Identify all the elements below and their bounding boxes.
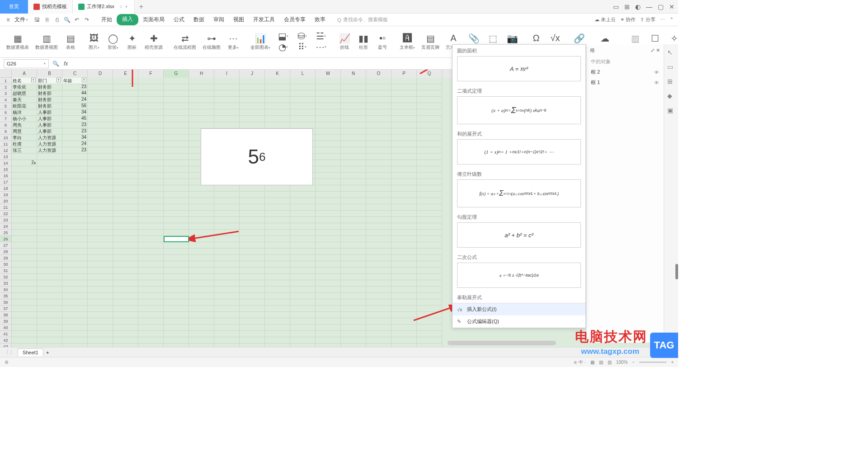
cell[interactable] xyxy=(88,242,113,249)
cell[interactable] xyxy=(189,249,214,255)
cell[interactable] xyxy=(164,337,189,343)
cell[interactable] xyxy=(164,179,189,185)
eye-icon[interactable]: 👁 xyxy=(654,70,659,75)
cell[interactable] xyxy=(113,97,138,103)
cell[interactable] xyxy=(290,261,316,268)
cell[interactable] xyxy=(392,103,417,109)
cell[interactable] xyxy=(265,331,290,337)
cell[interactable] xyxy=(366,204,392,211)
cell[interactable] xyxy=(341,318,366,324)
row-header[interactable]: 28 xyxy=(0,249,11,255)
cell[interactable] xyxy=(316,198,341,204)
cell[interactable] xyxy=(316,230,341,236)
col-header-O[interactable]: O xyxy=(366,70,392,78)
cell[interactable] xyxy=(240,318,265,324)
cell[interactable] xyxy=(88,274,113,280)
zoom-in-icon[interactable]: + xyxy=(671,360,674,365)
tab-home[interactable]: 首页 xyxy=(0,0,28,14)
cell[interactable] xyxy=(341,299,366,306)
cell[interactable] xyxy=(214,78,240,84)
cell[interactable] xyxy=(164,242,189,249)
cell[interactable] xyxy=(138,147,164,154)
cell[interactable] xyxy=(88,135,113,141)
cell[interactable] xyxy=(138,141,164,147)
cell[interactable] xyxy=(189,299,214,306)
cell[interactable]: 人力资源 xyxy=(37,141,62,147)
cell[interactable] xyxy=(113,306,138,312)
tab-view[interactable]: 视图 xyxy=(229,14,249,25)
row-header[interactable]: 29 xyxy=(0,255,11,261)
cell[interactable] xyxy=(341,255,366,261)
cell[interactable] xyxy=(138,293,164,299)
cell[interactable] xyxy=(341,135,366,141)
rb-flowchart[interactable]: ⇄在线流程图 xyxy=(171,33,199,52)
cell[interactable] xyxy=(392,173,417,179)
cell[interactable] xyxy=(189,280,214,287)
cell[interactable] xyxy=(88,173,113,179)
cell[interactable]: 周先 xyxy=(12,122,37,128)
cell[interactable] xyxy=(37,280,62,287)
cell[interactable] xyxy=(214,337,240,343)
cell[interactable] xyxy=(392,84,417,90)
cell[interactable] xyxy=(265,274,290,280)
cell[interactable] xyxy=(113,173,138,179)
cell[interactable] xyxy=(62,299,88,306)
row-header[interactable]: 5 xyxy=(0,103,11,109)
rb-shapes[interactable]: ◯形状▾ xyxy=(104,33,122,52)
row-header[interactable]: 18 xyxy=(0,185,11,192)
cell[interactable] xyxy=(138,249,164,255)
cell[interactable] xyxy=(62,312,88,318)
cell[interactable] xyxy=(189,103,214,109)
eye-icon[interactable]: 👁 xyxy=(654,80,659,85)
cell[interactable] xyxy=(316,249,341,255)
cell[interactable] xyxy=(392,312,417,318)
cell[interactable] xyxy=(189,223,214,230)
cell[interactable] xyxy=(341,173,366,179)
cell[interactable] xyxy=(37,274,62,280)
col-header-F[interactable]: F xyxy=(138,70,164,78)
cell[interactable] xyxy=(88,154,113,160)
cell[interactable] xyxy=(316,280,341,287)
cell[interactable] xyxy=(138,135,164,141)
row-header[interactable]: 12 xyxy=(0,147,11,154)
cell[interactable] xyxy=(113,166,138,173)
cell[interactable] xyxy=(290,242,316,249)
cell[interactable]: 34 xyxy=(62,109,88,116)
cell[interactable] xyxy=(164,255,189,261)
cell[interactable] xyxy=(62,223,88,230)
cell[interactable] xyxy=(240,249,265,255)
cell[interactable] xyxy=(392,160,417,166)
cell[interactable] xyxy=(341,293,366,299)
cell[interactable] xyxy=(138,204,164,211)
cell[interactable] xyxy=(265,280,290,287)
cell[interactable] xyxy=(113,179,138,185)
cell[interactable] xyxy=(138,261,164,268)
cell[interactable] xyxy=(62,204,88,211)
cell[interactable] xyxy=(417,337,442,343)
cell[interactable] xyxy=(366,255,392,261)
cell[interactable] xyxy=(240,261,265,268)
cell[interactable] xyxy=(138,337,164,343)
cell[interactable] xyxy=(214,261,240,268)
cell[interactable] xyxy=(392,217,417,223)
cell[interactable] xyxy=(88,192,113,198)
cell[interactable] xyxy=(366,280,392,287)
cell[interactable] xyxy=(164,204,189,211)
cell[interactable] xyxy=(417,141,442,147)
cell[interactable] xyxy=(366,324,392,331)
cell[interactable] xyxy=(341,78,366,84)
cell[interactable] xyxy=(316,299,341,306)
cell[interactable] xyxy=(240,280,265,287)
cell[interactable] xyxy=(290,198,316,204)
cell[interactable] xyxy=(164,318,189,324)
cell[interactable] xyxy=(113,217,138,223)
cell[interactable] xyxy=(392,116,417,122)
cell[interactable] xyxy=(366,103,392,109)
cell[interactable] xyxy=(366,78,392,84)
cell[interactable] xyxy=(113,135,138,141)
cell[interactable] xyxy=(265,255,290,261)
rb-mindmap[interactable]: ⊶在线脑图 xyxy=(200,33,223,52)
cell[interactable] xyxy=(417,287,442,293)
cell[interactable] xyxy=(366,97,392,103)
cell[interactable] xyxy=(113,122,138,128)
